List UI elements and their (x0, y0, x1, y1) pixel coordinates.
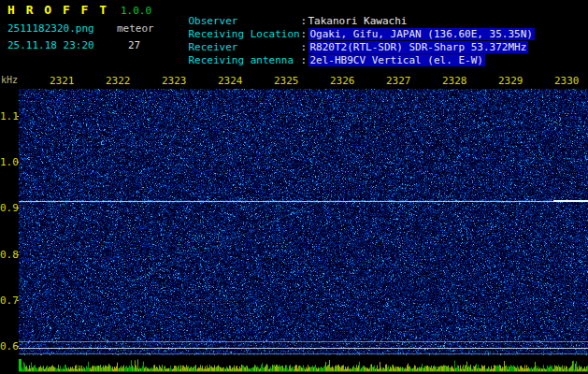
app-version: 1.0.0 (121, 5, 151, 17)
time-label: 2327 (386, 75, 410, 87)
info-label: Receiving antenna (189, 54, 301, 66)
time-label: 2328 (442, 75, 466, 87)
time-label: 2323 (162, 75, 186, 87)
time-label: 2324 (218, 75, 242, 87)
info-row-antenna: Receiving antenna:2el-HB9CV Vertical (el… (164, 42, 485, 79)
time-label: 2321 (50, 75, 74, 87)
output-filename: 2511182320.png (7, 22, 94, 35)
signal-meter-canvas (19, 357, 588, 373)
freq-label: 0.9 (0, 202, 16, 214)
observation-datetime: 25.11.18 23:20 (7, 39, 94, 51)
info-colon: : (301, 54, 308, 66)
freq-label: 0.8 (0, 249, 16, 261)
info-value: 2el-HB9CV Vertical (el. E-W) (308, 54, 485, 66)
freq-label: 0.7 (0, 295, 16, 307)
app-title: H R O F F T (7, 3, 108, 17)
spectrogram-canvas (19, 89, 588, 355)
observation-mode: meteor (117, 22, 154, 35)
time-label: 2326 (330, 75, 354, 87)
hrofft-window: H R O F F T 1.0.0 2511182320.png meteor … (0, 0, 588, 374)
echo-count: 27 (128, 39, 140, 51)
freq-label: 1.0 (0, 156, 16, 168)
time-label: 2322 (106, 75, 130, 87)
freq-label: 1.1 (0, 110, 16, 122)
freq-label: 0.6 (0, 340, 16, 352)
time-label: 2330 (554, 75, 579, 87)
time-label: 2325 (274, 75, 298, 87)
time-label: 2329 (498, 75, 523, 87)
y-axis-unit: kHz (1, 75, 18, 85)
